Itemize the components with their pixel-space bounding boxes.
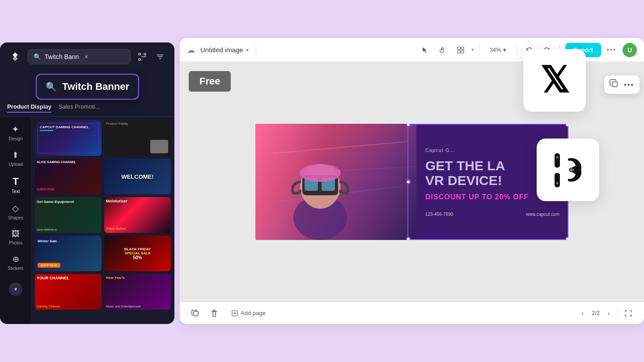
text-icon: T [13, 176, 18, 187]
layout-tool-button[interactable] [453, 43, 468, 57]
tooltip-search-text: Twitch Banner [62, 81, 129, 93]
zoom-control[interactable]: 34% ▾ [485, 44, 511, 56]
free-badge: Free [189, 71, 231, 92]
stickers-label: Stickers [8, 266, 24, 271]
template-item[interactable]: ALICE GAMING CHANNEL SUBSCRIBE [35, 159, 102, 194]
next-page-button[interactable]: › [603, 308, 614, 319]
stickers-icon: ⊕ [13, 254, 19, 264]
design-label: Design [8, 136, 22, 141]
sidebar-item-photos[interactable]: 🖼 Photos [8, 229, 22, 245]
banner-website: www.capcut.com [526, 212, 559, 217]
svg-point-27 [557, 183, 558, 184]
left-sidebar-area: ✦ Design ⬆ Upload T Text ◇ Shapes 🖼 P [0, 117, 174, 324]
sidebar-expand-button[interactable]: ▾ [9, 282, 22, 296]
template-item[interactable]: Moisturizer Follow fashion [104, 197, 171, 233]
template-item[interactable]: Product Display [104, 120, 171, 156]
template-item[interactable]: Get Game Equipment! NEW ARRIVALS [35, 197, 102, 233]
svg-rect-8 [461, 47, 464, 50]
template-item[interactable]: Winter Sale SHOP NOW [35, 236, 102, 271]
banner-photo-section [255, 124, 425, 240]
svg-rect-9 [458, 51, 460, 53]
search-tooltip: 🔍 Twitch Banner [36, 74, 139, 100]
search-input-value: Twitch Bann [45, 53, 79, 60]
sidebar-item-text[interactable]: T Text [12, 176, 20, 194]
template-item[interactable]: BLACK FRIDAY SPECIAL SALE 50% [104, 236, 171, 271]
toolbar-divider [256, 45, 256, 55]
layout-chevron-icon[interactable]: ▾ [471, 47, 474, 53]
template-item[interactable]: New Year's Music and Entertainment [104, 274, 171, 310]
svg-rect-10 [461, 51, 464, 53]
svg-point-23 [570, 168, 572, 171]
context-copy-icon[interactable] [610, 79, 619, 90]
doc-title-chevron-icon[interactable]: ▾ [246, 47, 249, 53]
banner-photo [255, 124, 425, 240]
x-logo-card: 𝕏 [523, 49, 586, 112]
more-options-button[interactable]: ••• [605, 43, 619, 57]
cloud-save-icon: ☁ [187, 45, 195, 55]
left-header: 🔍 Twitch Bann ✕ [0, 42, 174, 71]
chevron-down-icon: ▾ [14, 286, 17, 292]
delete-page-button[interactable] [208, 307, 221, 320]
copy-page-button[interactable] [189, 307, 202, 320]
upload-icon: ⬆ [12, 150, 19, 160]
capcut-logo[interactable] [7, 49, 23, 65]
doc-title: Untitled image [200, 46, 243, 54]
sidebar-item-stickers[interactable]: ⊕ Stickers [8, 254, 24, 271]
canvas-content: Capcut G... GET THE LA VR DEVICE! DISCOU… [255, 124, 568, 240]
template-item[interactable]: CAPCUT GAMING CHANNEL [35, 120, 102, 156]
search-bar[interactable]: 🔍 Twitch Bann ✕ [28, 49, 131, 64]
page-divider [618, 310, 618, 317]
sidebar-item-upload[interactable]: ⬆ Upload [8, 150, 23, 167]
floating-x-card: 𝕏 [523, 49, 586, 112]
search-clear-icon[interactable]: ✕ [84, 54, 89, 60]
svg-rect-0 [139, 53, 140, 55]
page-indicator: 2/2 [592, 310, 600, 316]
photos-label: Photos [8, 240, 22, 245]
sidebar-item-shapes[interactable]: ◇ Shapes [8, 203, 23, 220]
svg-rect-2 [139, 59, 140, 60]
left-panel: 🔍 Twitch Bann ✕ [0, 42, 174, 324]
add-page-button[interactable]: Add page [226, 307, 271, 319]
avatar-initial: U [627, 46, 632, 54]
tab-product-display[interactable]: Product Display [7, 101, 51, 113]
more-dots-icon: ••• [607, 47, 617, 53]
tooltip-search-icon: 🔍 [46, 81, 57, 92]
banner-contact: 123-456-7890 www.capcut.com [425, 212, 559, 217]
photos-icon: 🖼 [12, 229, 20, 239]
header-icons [135, 50, 167, 64]
zoom-value: 34% [490, 46, 501, 53]
zoom-chevron-icon: ▾ [503, 46, 506, 53]
page-navigation: ‹ 2/2 › [577, 307, 635, 320]
category-tabs: Product Display Sales Promoti... [0, 98, 174, 117]
user-avatar[interactable]: U [623, 43, 637, 57]
shapes-label: Shapes [8, 215, 23, 220]
prev-page-button[interactable]: ‹ [577, 308, 588, 319]
hand-tool-button[interactable] [436, 43, 450, 57]
scan-icon[interactable] [135, 50, 149, 64]
toolbar-divider-2 [479, 45, 480, 55]
upload-label: Upload [8, 162, 23, 167]
search-icon: 🔍 [34, 53, 41, 60]
cursor-tool-button[interactable] [418, 43, 432, 57]
svg-rect-1 [144, 53, 146, 55]
bottom-toolbar: Add page ‹ 2/2 › [180, 302, 644, 324]
toolbar-divider-3 [516, 45, 517, 55]
tab-sales-promo[interactable]: Sales Promoti... [59, 101, 100, 113]
template-item[interactable]: WELCOME! [104, 159, 171, 194]
sidebar-item-design[interactable]: ✦ Design [8, 124, 22, 141]
shapes-icon: ◇ [12, 203, 19, 214]
capcut-logo-card [537, 139, 599, 201]
template-item[interactable]: YOUR CHANNEL Gaming Channel [35, 274, 102, 310]
x-logo-icon: 𝕏 [540, 63, 569, 98]
svg-rect-17 [612, 82, 617, 87]
context-more-icon[interactable]: ••• [624, 81, 634, 89]
svg-point-25 [557, 157, 558, 158]
doc-title-area: Untitled image ▾ [200, 46, 249, 54]
banner-phone: 123-456-7890 [425, 212, 453, 217]
add-page-label: Add page [241, 310, 266, 316]
filter-icon[interactable] [153, 50, 167, 64]
context-menu: ••• [604, 76, 640, 94]
fullscreen-button[interactable] [622, 307, 635, 320]
template-grid: CAPCUT GAMING CHANNEL Product Display [31, 117, 174, 324]
capcut-symbol-icon [548, 150, 588, 190]
